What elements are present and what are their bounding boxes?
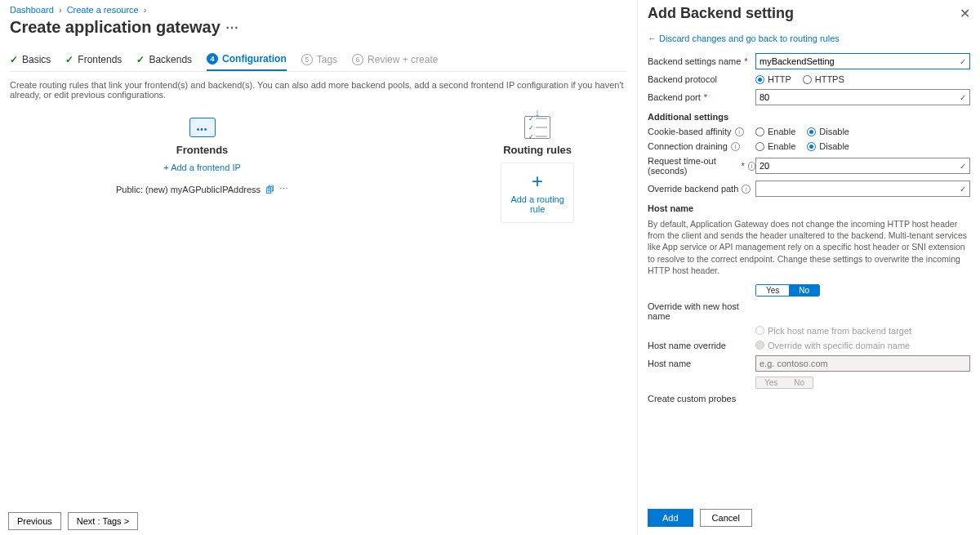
radio-icon (807, 127, 816, 136)
label-affinity: Cookie-based affinity (648, 127, 732, 136)
page-title: Create application gateway ⋯ (10, 18, 627, 37)
frontend-public-label: Public: (new) myAGPublicIPAddress (116, 185, 261, 194)
more-icon[interactable]: ⋯ (279, 184, 288, 194)
tab-label: Review + create (368, 54, 438, 65)
radio-override-specific[interactable]: Override with specific domain name (755, 341, 970, 350)
tab-label: Configuration (222, 53, 287, 65)
radio-protocol-https[interactable]: HTTPS (803, 74, 844, 84)
label-name: Backend settings name (648, 56, 741, 66)
check-icon: ✓ (10, 54, 18, 65)
toggle-yes-disabled: Yes (756, 377, 786, 388)
tab-review[interactable]: 6Review + create (352, 48, 438, 71)
panel-footer: Add Cancel (648, 504, 970, 535)
routing-rules-icon: ↓ ✓ ✓ ✓ (523, 114, 552, 140)
radio-label: HTTP (768, 74, 791, 84)
radio-label: HTTPS (815, 74, 844, 84)
tab-frontends[interactable]: ✓Frontends (65, 48, 122, 71)
routing-rules-title: Routing rules (501, 144, 574, 156)
radio-affinity-enable[interactable]: Enable (755, 127, 795, 136)
backend-settings-name-input[interactable] (755, 53, 970, 69)
step-number-icon: 5 (301, 54, 313, 65)
label-port: Backend port (648, 92, 701, 102)
radio-label: Enable (768, 141, 795, 151)
tab-tags[interactable]: 5Tags (301, 48, 337, 71)
radio-icon (755, 127, 764, 136)
tab-backends[interactable]: ✓Backends (136, 48, 192, 71)
label-override-new-host: Override with new host name (648, 301, 755, 321)
frontend-public-row: Public: (new) myAGPublicIPAddress 🗐 ⋯ (116, 184, 288, 194)
info-icon[interactable]: i (731, 142, 740, 151)
radio-icon (803, 75, 812, 84)
backend-port-input[interactable] (755, 89, 970, 105)
edit-icon[interactable]: 🗐 (265, 185, 274, 194)
toggle-yes[interactable]: Yes (756, 285, 789, 296)
host-name-input (755, 355, 970, 372)
close-icon[interactable]: ✕ (960, 6, 970, 21)
tab-description: Create routing rules that link your fron… (10, 80, 627, 100)
add-routing-rule-card[interactable]: + Add a routing rule (501, 163, 574, 223)
discard-back-link[interactable]: ← Discard changes and go back to routing… (648, 33, 970, 43)
tab-label: Backends (149, 54, 192, 65)
main-content: Dashboard › Create a resource › Create a… (0, 0, 637, 535)
next-button[interactable]: Next : Tags > (68, 512, 138, 530)
radio-affinity-disable[interactable]: Disable (807, 127, 849, 136)
tab-label: Tags (317, 54, 337, 65)
page-title-text: Create application gateway (10, 18, 220, 37)
label-host-override: Host name override (648, 341, 726, 350)
info-icon[interactable]: i (748, 162, 755, 171)
radio-draining-disable[interactable]: Disable (807, 141, 849, 151)
radio-icon (807, 142, 816, 151)
radio-draining-enable[interactable]: Enable (755, 141, 795, 151)
radio-protocol-http[interactable]: HTTP (755, 74, 791, 84)
tab-basics[interactable]: ✓Basics (10, 48, 51, 71)
radio-icon (755, 75, 764, 84)
tab-label: Basics (22, 54, 51, 65)
radio-pick-backend-target[interactable]: Pick host name from backend target (755, 326, 970, 336)
previous-button[interactable]: Previous (8, 512, 61, 530)
override-backend-path-input[interactable] (755, 181, 970, 197)
info-icon[interactable]: i (742, 185, 751, 194)
more-icon[interactable]: ⋯ (225, 20, 238, 35)
required-icon: * (741, 161, 744, 171)
frontends-title: Frontends (116, 144, 288, 156)
breadcrumb-create-resource[interactable]: Create a resource (67, 5, 139, 15)
override-hostname-toggle[interactable]: Yes No (755, 284, 820, 296)
check-icon: ✓ (65, 54, 74, 65)
routing-rules-section: ↓ ✓ ✓ ✓ Routing rules + Add a routing r (501, 114, 574, 223)
frontends-icon (188, 114, 217, 140)
host-name-heading: Host name (648, 203, 970, 213)
label-protocol: Backend protocol (648, 74, 717, 84)
wizard-footer: Previous Next : Tags > (8, 512, 138, 530)
required-icon: * (704, 92, 707, 102)
label-override-path: Override backend path (648, 184, 738, 194)
label-timeout: Request time-out (seconds) (648, 156, 737, 176)
radio-icon (755, 326, 764, 335)
add-button[interactable]: Add (648, 509, 693, 527)
chevron-right-icon: › (59, 5, 62, 15)
additional-settings-heading: Additional settings (648, 112, 970, 122)
frontends-section: Frontends + Add a frontend IP Public: (n… (116, 114, 288, 223)
step-number-icon: 6 (352, 54, 363, 65)
step-number-icon: 4 (207, 53, 218, 65)
toggle-no[interactable]: No (789, 285, 819, 296)
info-icon[interactable]: i (735, 127, 744, 136)
label-custom-probes: Create custom probes (648, 394, 736, 403)
cancel-button[interactable]: Cancel (700, 509, 752, 527)
check-icon: ✓ (136, 54, 145, 65)
radio-label: Override with specific domain name (768, 341, 910, 350)
plus-icon: + (505, 172, 570, 191)
radio-icon (755, 341, 764, 350)
add-frontend-ip-link[interactable]: + Add a frontend IP (116, 163, 288, 172)
label-host-name: Host name (648, 359, 691, 368)
radio-label: Enable (768, 127, 795, 136)
breadcrumb-dashboard[interactable]: Dashboard (10, 5, 54, 15)
label-draining: Connection draining (648, 141, 728, 151)
radio-label: Pick host name from backend target (768, 326, 911, 336)
add-routing-rule-label: Add a routing rule (505, 194, 570, 214)
tab-configuration[interactable]: 4Configuration (207, 48, 287, 71)
discard-back-label: Discard changes and go back to routing r… (659, 33, 840, 43)
radio-icon (755, 142, 764, 151)
add-backend-setting-panel: Add Backend setting ✕ ← Discard changes … (637, 0, 980, 535)
required-icon: * (744, 56, 747, 66)
request-timeout-input[interactable] (755, 158, 970, 174)
